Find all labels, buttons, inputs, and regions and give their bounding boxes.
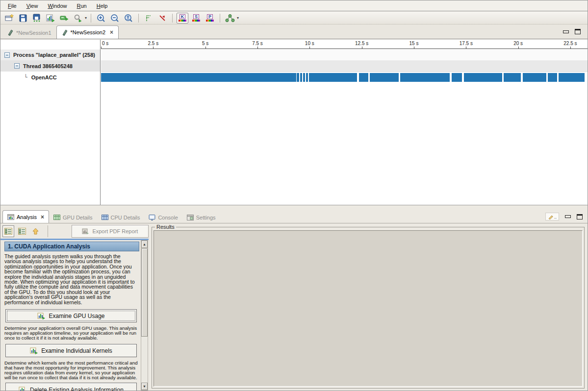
examine-gpu-usage-button[interactable]: Examine GPU Usage — [5, 309, 137, 322]
new-session-icon[interactable] — [3, 13, 15, 24]
generate-timeline-icon[interactable] — [45, 13, 56, 24]
openacc-interval-bar[interactable] — [309, 73, 357, 82]
ruler-tick-mark — [205, 47, 206, 49]
settings-icon — [187, 215, 194, 220]
save-all-icon[interactable] — [31, 13, 43, 24]
tab-console[interactable]: Console — [144, 212, 182, 223]
delete-analysis-button[interactable]: Delete Existing Analysis Information — [5, 383, 137, 391]
ruler-tick-mark — [257, 47, 258, 49]
mark-flag-icon[interactable] — [156, 13, 168, 24]
toolbar-separator — [91, 14, 91, 23]
openacc-interval-bar[interactable] — [400, 73, 450, 82]
ruler-tick-label: 15 s — [409, 41, 418, 46]
maximize-icon[interactable] — [577, 214, 583, 220]
tab-newsession1[interactable]: *NewSession1 — [2, 26, 56, 39]
analysis-tree-icon[interactable] — [224, 13, 236, 24]
scroll-up-icon[interactable]: ▲ — [141, 241, 148, 248]
collapse-icon[interactable] — [4, 52, 10, 58]
openacc-interval-bar[interactable] — [300, 73, 302, 82]
kernel-colors-icon[interactable]: K — [177, 13, 188, 24]
ruler-tick-label: 20 s — [513, 41, 523, 46]
close-icon[interactable]: × — [41, 214, 44, 220]
openacc-interval-bar[interactable] — [370, 73, 399, 82]
ruler-tick-label: 12.5 s — [355, 41, 368, 46]
run-analysis-icon[interactable] — [58, 13, 70, 24]
menu-file[interactable]: File — [3, 1, 21, 10]
up-level-icon[interactable] — [30, 225, 42, 237]
tab-settings[interactable]: Settings — [182, 212, 220, 223]
analysis-section-header: 1. CUDA Application Analysis — [4, 242, 139, 251]
tree-label: OpenACC — [31, 74, 57, 80]
gpu-details-icon — [53, 215, 60, 220]
process-colors-icon[interactable]: P — [204, 13, 216, 24]
collapse-icon[interactable] — [14, 63, 20, 69]
tab-newsession2[interactable]: *NewSession2 × — [56, 25, 119, 39]
openacc-interval-bar[interactable] — [504, 73, 521, 82]
export-pdf-button[interactable]: Export PDF Report — [72, 225, 149, 238]
openacc-interval-bar[interactable] — [303, 73, 305, 82]
process-row-track[interactable] — [101, 50, 588, 61]
tab-cpu-details[interactable]: CPU Details — [97, 212, 145, 223]
export-pdf-icon — [82, 228, 89, 234]
openacc-interval-bar[interactable] — [559, 73, 585, 82]
openacc-interval-bar[interactable] — [297, 73, 299, 82]
menu-view[interactable]: View — [22, 1, 43, 10]
tab-analysis[interactable]: Analysis × — [2, 210, 49, 223]
analysis-scrollbar[interactable]: ▲ ▼ — [141, 240, 148, 391]
ruler-tick-label: 0 s — [102, 41, 108, 46]
horizontal-sash[interactable] — [0, 206, 588, 210]
zoom-in-icon[interactable] — [95, 13, 107, 24]
search-run-icon[interactable] — [72, 13, 84, 24]
analysis-dropdown-caret[interactable]: ▾ — [237, 16, 239, 20]
close-icon[interactable]: × — [110, 29, 113, 36]
menu-run[interactable]: Run — [73, 1, 91, 10]
menu-bar: File View Window Run Help — [0, 0, 588, 11]
zoom-fit-icon[interactable] — [123, 13, 134, 24]
save-session-icon[interactable] — [17, 13, 29, 24]
examine-kernels-button[interactable]: Examine Individual Kernels — [5, 344, 137, 357]
results-pane: Results — [149, 224, 588, 391]
analysis-pane: Export PDF Report 1. CUDA Application An… — [0, 224, 149, 391]
minimize-icon[interactable] — [565, 215, 571, 218]
openacc-interval-bar[interactable] — [523, 73, 546, 82]
openacc-interval-bar[interactable] — [101, 73, 296, 82]
mark-range-icon[interactable] — [143, 13, 154, 24]
analysis-icon — [7, 214, 14, 220]
openacc-interval-bar[interactable] — [464, 73, 502, 82]
menu-help[interactable]: Help — [92, 1, 112, 10]
bottom-tab-bar: Analysis × GPU Details CPU Details Conso… — [0, 210, 588, 223]
ruler-tick-mark — [153, 47, 153, 49]
bottom-panel: Analysis × GPU Details CPU Details Conso… — [0, 210, 588, 391]
tree-row-openacc[interactable]: └ OpenACC — [0, 72, 100, 83]
scroll-thumb[interactable] — [141, 248, 148, 337]
openacc-interval-bar[interactable] — [452, 73, 462, 82]
openacc-interval-bar[interactable] — [359, 73, 368, 82]
unguided-analysis-icon[interactable] — [16, 225, 28, 237]
stream-colors-icon[interactable]: S — [190, 13, 202, 24]
menu-window[interactable]: Window — [43, 1, 71, 10]
openacc-interval-bar[interactable] — [548, 73, 557, 82]
timeline-tree: Process "laplace_parallel" (258) Thread … — [0, 40, 101, 205]
tab-label: GPU Details — [63, 215, 93, 220]
scroll-down-icon[interactable]: ▼ — [141, 383, 148, 390]
zoom-out-icon[interactable] — [109, 13, 121, 24]
search-dropdown-caret[interactable]: ▾ — [85, 16, 87, 20]
tab-label: CPU Details — [111, 215, 140, 220]
cpu-details-icon — [102, 215, 108, 220]
minimize-icon[interactable] — [563, 30, 569, 33]
console-icon — [149, 215, 155, 220]
guided-analysis-icon[interactable] — [2, 225, 14, 237]
ruler-tick-label: 5 s — [202, 41, 208, 46]
openacc-interval-bar[interactable] — [306, 73, 308, 82]
ruler-tick-mark — [414, 47, 414, 49]
thread-row-track[interactable] — [101, 61, 588, 72]
tree-elbow-icon: └ — [24, 74, 27, 80]
maximize-icon[interactable] — [575, 29, 581, 34]
tree-row-process[interactable]: Process "laplace_parallel" (258) — [0, 49, 100, 60]
tab-gpu-details[interactable]: GPU Details — [49, 212, 97, 223]
nvvp-window: File View Window Run Help ▾ — [0, 0, 588, 391]
results-label: Results — [155, 224, 176, 230]
session-icon — [7, 29, 14, 36]
view-menu-pencil-icon[interactable]: .. — [545, 213, 559, 220]
tree-row-thread[interactable]: Thread 3865405248 — [0, 60, 100, 72]
